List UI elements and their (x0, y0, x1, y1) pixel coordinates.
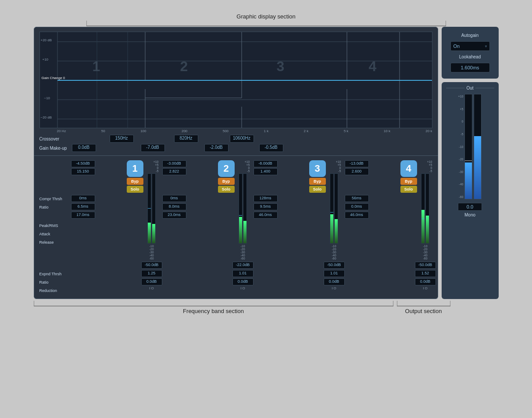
gainmakeup-label: Gain Make-up (39, 146, 69, 151)
band2-ratio-input[interactable]: 2.822 (162, 168, 186, 175)
frequency-band-section: Compr Thrsh Ratio Peak/RMS Attack Releas… (34, 156, 438, 299)
gainmakeup-value-1[interactable]: 0.0dB (72, 144, 96, 152)
band1-release-input[interactable]: 17.0ms (71, 212, 95, 219)
band-3-column: -8.00dB 1.400 3 Byp Solo 128ms 9.5 (254, 160, 341, 294)
param-label-comprthrsh: Compr Thrsh (39, 195, 71, 202)
band1-comprthrsh-input[interactable]: -4.50dB (71, 160, 95, 167)
crossover-value-3[interactable]: 10600Hz (230, 135, 254, 143)
band4-comprthrsh-input[interactable]: -13.0dB (345, 160, 369, 167)
band-1-column: -4.50dB 15.150 1 Byp Solo 0ms 6.5m (71, 160, 159, 294)
band1-attack-input[interactable]: 6.5ms (71, 203, 95, 210)
band2-expratio-input[interactable]: 1.01 (232, 270, 254, 277)
band3-byp-button[interactable]: Byp (309, 178, 326, 185)
band4-release-input[interactable]: 46.0ms (345, 212, 369, 219)
output-section-panel: Out +10 +5 0 -5 -10 -20 -30 -40 -60 (442, 82, 499, 299)
band2-attack-input[interactable]: 8.0ms (162, 203, 186, 210)
gainmakeup-value-4[interactable]: -0.5dB (259, 144, 283, 152)
eq-grid (40, 32, 432, 128)
band3-expratio-input[interactable]: 1.01 (324, 270, 345, 277)
graphic-display-bracket (86, 21, 446, 27)
band2-comprthrsh-input[interactable]: -3.00dB (162, 160, 186, 167)
band1-ratio-input[interactable]: 15.150 (71, 168, 95, 175)
gainmakeup-row: Gain Make-up 0.0dB -7.0dB -2.0dB -0.5dB (39, 144, 432, 152)
band2-reduction-input[interactable]: 0.0dB (232, 278, 254, 285)
band1-io-label: I O (149, 286, 154, 290)
band1-badge: 1 (127, 160, 143, 177)
band4-expndthrsh-input[interactable]: -50.0dB (415, 262, 436, 269)
band4-ratio-input[interactable]: 2.600 (345, 168, 369, 175)
band-4-column: -13.0dB 2.600 4 Byp Solo 56ms 0.0m (345, 160, 432, 294)
output-section-label: Output section (405, 308, 442, 314)
band3-ratio-input[interactable]: 1.400 (254, 168, 278, 175)
y-label-20: +20 dB (41, 38, 52, 42)
crossover-value-2[interactable]: 820Hz (174, 135, 198, 143)
param-label-ratio: Ratio (39, 204, 71, 211)
lookahead-label: Lookahead (459, 54, 481, 59)
x-axis-labels: 20 Hz501002005001 k2 k5 k10 k20 k (39, 128, 432, 133)
graphic-display-section: +20 dB +10 Gain Change 0 −10 −20 dB 1 2 … (34, 27, 438, 156)
band1-expndthrsh-input[interactable]: -50.0dB (141, 262, 162, 269)
band1-expratio-input[interactable]: 1.25 (141, 270, 162, 277)
param-label-peakrms: Peak/RMS (39, 222, 71, 229)
band3-reduction-input[interactable]: 0.0dB (324, 278, 345, 285)
band4-vu-meter: +10 +5 0 -5 (418, 160, 432, 294)
eq-display: +20 dB +10 Gain Change 0 −10 −20 dB 1 2 … (39, 32, 432, 128)
autogain-lookahead-panel: Autogain On ▿ Lookahead 1.600ms (442, 27, 499, 79)
band-2-column: -3.00dB 2.822 2 Byp Solo 0ms 8.0ms (162, 160, 250, 294)
output-right-meter (474, 94, 482, 199)
output-value-box[interactable]: 0.0 (458, 203, 482, 211)
band2-release-input[interactable]: 23.0ms (162, 212, 186, 219)
band2-expndthrsh-input[interactable]: -22.0dB (232, 262, 254, 269)
band4-attack-input[interactable]: 0.0ms (345, 203, 369, 210)
out-label: Out (466, 86, 473, 90)
band3-expndthrsh-input[interactable]: -50.0dB (324, 262, 345, 269)
param-label-reduction: Reduction (39, 287, 71, 294)
band-number-2: 2 (180, 58, 188, 75)
band4-reduction-input[interactable]: 0.0dB (415, 278, 436, 285)
band2-vu-meter: +10 +5 0 -5 (236, 160, 250, 294)
band1-reduction-input[interactable]: 0.0dB (141, 278, 162, 285)
band2-byp-button[interactable]: Byp (218, 178, 235, 185)
gainmakeup-value-3[interactable]: -2.0dB (204, 144, 229, 152)
band4-solo-button[interactable]: Solo (400, 186, 417, 193)
frequency-band-bracket (34, 301, 393, 307)
band1-peakrms-input[interactable]: 0ms (71, 195, 95, 202)
autogain-label: Autogain (461, 33, 478, 38)
crossover-value-1[interactable]: 150Hz (110, 135, 134, 143)
band3-release-input[interactable]: 46.0ms (254, 212, 278, 219)
crossover-label: Crossover (39, 137, 69, 141)
y-label-neg20: −20 dB (41, 115, 52, 119)
band4-peakrms-input[interactable]: 56ms (345, 195, 369, 202)
band1-byp-button[interactable]: Byp (127, 178, 143, 185)
mono-label: Mono (464, 213, 475, 217)
band-number-1: 1 (93, 58, 100, 75)
band3-solo-button[interactable]: Solo (309, 186, 326, 193)
autogain-select[interactable]: On ▿ (450, 41, 490, 51)
y-label-neg10: −10 (44, 96, 50, 100)
band2-solo-button[interactable]: Solo (218, 186, 235, 193)
y-label-10: +10 (43, 58, 49, 61)
gainmakeup-value-2[interactable]: -7.0dB (141, 144, 165, 152)
band2-io-label: I O (240, 286, 245, 290)
band4-byp-button[interactable]: Byp (400, 178, 417, 185)
band1-solo-button[interactable]: Solo (127, 186, 143, 193)
param-labels-column: Compr Thrsh Ratio Peak/RMS Attack Releas… (39, 160, 71, 294)
crossover-row: Crossover 150Hz 820Hz 10600Hz (39, 135, 432, 143)
band3-attack-input[interactable]: 9.5ms (254, 203, 278, 210)
band2-peakrms-input[interactable]: 0ms (162, 195, 186, 202)
band3-peakrms-input[interactable]: 128ms (254, 195, 278, 202)
output-left-meter (464, 94, 472, 199)
gain-change-label: Gain Change 0 (42, 76, 65, 80)
band4-badge: 4 (400, 160, 417, 177)
band3-vu-meter: +10 +5 0 -5 (327, 160, 341, 294)
band4-expratio-input[interactable]: 1.52 (415, 270, 436, 277)
band-number-4: 4 (369, 58, 377, 75)
band2-badge: 2 (218, 160, 235, 177)
band3-badge: 3 (309, 160, 326, 177)
param-label-release: Release (39, 239, 71, 246)
band-number-3: 3 (277, 58, 285, 75)
frequency-band-label: Frequency band section (183, 308, 244, 314)
band3-comprthrsh-input[interactable]: -8.00dB (254, 160, 278, 167)
param-label-expratio: Ratio (39, 279, 71, 286)
lookahead-value[interactable]: 1.600ms (450, 63, 490, 72)
